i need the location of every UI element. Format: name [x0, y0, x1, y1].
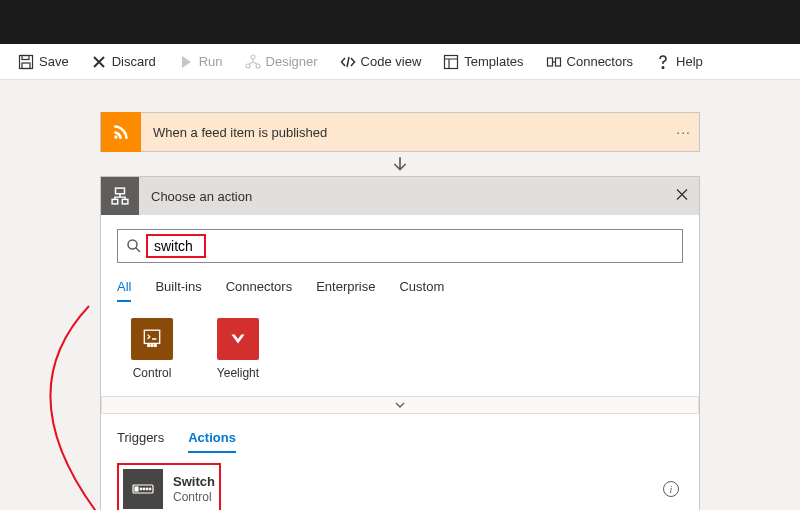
svg-point-17: [151, 345, 153, 347]
choose-action-card: Choose an action All Built-ins Connector…: [100, 176, 700, 510]
save-icon: [18, 54, 34, 70]
trigger-card[interactable]: When a feed item is published ···: [100, 112, 700, 152]
templates-button[interactable]: Templates: [433, 50, 533, 74]
designer-label: Designer: [266, 54, 318, 69]
switch-icon: [123, 469, 163, 509]
command-bar: Save Discard Run Designer Code view Temp…: [0, 44, 800, 80]
action-card-body: All Built-ins Connectors Enterprise Cust…: [101, 215, 699, 510]
save-button[interactable]: Save: [8, 50, 79, 74]
expand-button[interactable]: [101, 396, 699, 414]
svg-point-18: [154, 345, 156, 347]
svg-point-5: [256, 64, 260, 68]
tab-custom[interactable]: Custom: [399, 275, 444, 302]
code-view-label: Code view: [361, 54, 422, 69]
more-icon[interactable]: ···: [676, 124, 691, 140]
action-card-header: Choose an action: [101, 177, 699, 215]
rss-icon: [101, 112, 141, 152]
svg-rect-13: [122, 199, 128, 204]
action-card-title: Choose an action: [139, 189, 264, 204]
svg-rect-8: [555, 58, 560, 66]
search-box[interactable]: [117, 229, 683, 263]
run-label: Run: [199, 54, 223, 69]
scope-tabs: All Built-ins Connectors Enterprise Cust…: [117, 275, 683, 302]
svg-point-21: [140, 488, 142, 490]
svg-point-22: [143, 488, 145, 490]
svg-point-9: [662, 66, 664, 68]
connectors-icon: [546, 54, 562, 70]
svg-rect-7: [547, 58, 552, 66]
svg-point-4: [246, 64, 250, 68]
connector-tiles: Control Yeelight: [117, 318, 683, 380]
svg-rect-1: [22, 55, 29, 59]
help-button[interactable]: Help: [645, 50, 713, 74]
connectors-label: Connectors: [567, 54, 633, 69]
result-highlight: Switch Control: [117, 463, 221, 510]
tab-all[interactable]: All: [117, 275, 131, 302]
search-highlight: [146, 234, 206, 258]
svg-point-24: [149, 488, 151, 490]
connector-yeelight[interactable]: Yeelight: [203, 318, 273, 380]
connector-yeelight-label: Yeelight: [203, 366, 273, 380]
action-header-icon: [101, 177, 139, 215]
designer-button[interactable]: Designer: [235, 50, 328, 74]
tab-enterprise[interactable]: Enterprise: [316, 275, 375, 302]
chevron-down-icon: [394, 399, 406, 411]
svg-rect-15: [144, 330, 159, 343]
search-input[interactable]: [152, 236, 200, 256]
connectors-button[interactable]: Connectors: [536, 50, 643, 74]
svg-rect-12: [112, 199, 118, 204]
flow-arrow-icon: [100, 152, 700, 176]
tab-builtins[interactable]: Built-ins: [155, 275, 201, 302]
trigger-title: When a feed item is published: [141, 125, 339, 140]
designer-canvas: When a feed item is published ··· Choose…: [0, 80, 800, 510]
discard-label: Discard: [112, 54, 156, 69]
designer-icon: [245, 54, 261, 70]
svg-rect-20: [135, 487, 138, 491]
yeelight-icon: [217, 318, 259, 360]
close-icon[interactable]: [675, 188, 689, 205]
result-text: Switch Control: [173, 474, 215, 504]
svg-point-14: [128, 240, 137, 249]
subtab-triggers[interactable]: Triggers: [117, 426, 164, 453]
result-row[interactable]: Switch Control i: [117, 453, 683, 510]
svg-rect-11: [116, 188, 125, 194]
run-icon: [178, 54, 194, 70]
info-icon[interactable]: i: [663, 481, 679, 497]
run-button[interactable]: Run: [168, 50, 233, 74]
help-label: Help: [676, 54, 703, 69]
save-label: Save: [39, 54, 69, 69]
discard-icon: [91, 54, 107, 70]
svg-point-16: [148, 345, 150, 347]
search-icon: [126, 238, 142, 254]
discard-button[interactable]: Discard: [81, 50, 166, 74]
connector-control[interactable]: Control: [117, 318, 187, 380]
result-type-tabs: Triggers Actions: [117, 426, 683, 453]
svg-point-3: [251, 55, 255, 59]
svg-point-23: [146, 488, 148, 490]
window-titlebar: [0, 0, 800, 44]
svg-rect-6: [445, 55, 458, 68]
svg-point-10: [114, 135, 117, 138]
subtab-actions[interactable]: Actions: [188, 426, 236, 453]
result-category: Control: [173, 490, 212, 504]
templates-icon: [443, 54, 459, 70]
code-view-button[interactable]: Code view: [330, 50, 432, 74]
templates-label: Templates: [464, 54, 523, 69]
svg-rect-2: [22, 63, 30, 69]
control-icon: [131, 318, 173, 360]
connector-control-label: Control: [117, 366, 187, 380]
help-icon: [655, 54, 671, 70]
result-name: Switch: [173, 474, 215, 489]
tab-connectors[interactable]: Connectors: [226, 275, 292, 302]
code-view-icon: [340, 54, 356, 70]
